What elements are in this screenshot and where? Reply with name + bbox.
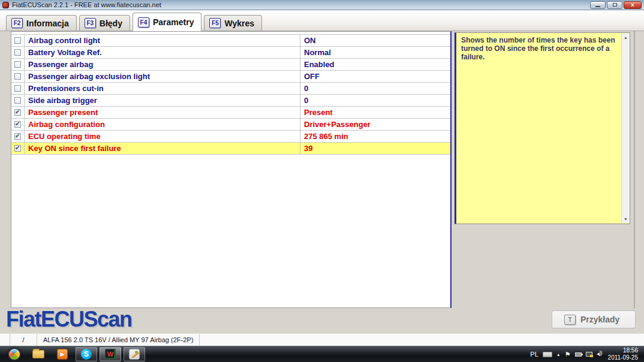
- parameter-value: 275 865 min: [300, 131, 450, 142]
- key-badge-f2: F2: [11, 18, 23, 28]
- tab-parametry[interactable]: F4Parametry: [133, 13, 202, 31]
- minimize-button[interactable]: [590, 1, 606, 9]
- explorer-taskbar-button[interactable]: [28, 347, 49, 361]
- row-checkbox-cell: [11, 35, 25, 46]
- fiatecuscan-taskbar-button[interactable]: W: [100, 347, 121, 361]
- przyklady-button-label: Przykłady: [580, 315, 619, 324]
- volume-icon[interactable]: [597, 351, 604, 357]
- key-badge-f5: F5: [209, 18, 221, 28]
- row-checkbox[interactable]: [14, 73, 21, 80]
- keyboard-icon[interactable]: [543, 352, 552, 357]
- parameter-value: 0: [300, 95, 450, 106]
- status-bar: / ALFA 156 2.0 TS 16V / Allied MY 97 Air…: [0, 333, 644, 346]
- table-row[interactable]: Battery Voltage Ref.Normal: [11, 47, 450, 59]
- start-icon: [8, 348, 21, 361]
- table-row[interactable]: Airbag control lightON: [11, 35, 450, 47]
- row-checkbox-cell: [11, 119, 25, 130]
- right-panel: Shows the number of times the key has be…: [454, 31, 635, 308]
- parameter-value: 39: [300, 143, 450, 154]
- fiatecuscan-icon: W: [105, 349, 116, 360]
- row-checkbox-cell: [11, 143, 25, 154]
- tab-label: Wykres: [224, 19, 254, 28]
- fiatecuscan-logo: FiatECUScan: [6, 307, 132, 332]
- skype-taskbar-button[interactable]: S: [76, 347, 97, 361]
- action-center-flag-icon[interactable]: ⚑: [565, 351, 571, 358]
- row-checkbox[interactable]: [14, 109, 21, 116]
- key-badge-t: T: [564, 315, 576, 325]
- tab-label: Parametry: [153, 17, 194, 27]
- row-checkbox[interactable]: [14, 37, 21, 44]
- parameter-value: Normal: [300, 47, 450, 58]
- tab-błędy[interactable]: F3Błędy: [79, 15, 130, 31]
- row-checkbox-cell: [11, 83, 25, 94]
- table-row[interactable]: Passenger airbagEnabled: [11, 59, 450, 71]
- parameter-name: Passenger airbag: [25, 59, 300, 70]
- app-icon: [2, 2, 9, 8]
- parameter-value: ON: [300, 35, 450, 46]
- parameter-value: Driver+Passenger: [300, 119, 450, 130]
- row-checkbox[interactable]: [14, 61, 21, 68]
- table-row[interactable]: Passenger presentPresent: [11, 107, 450, 119]
- close-button[interactable]: ×: [624, 1, 642, 9]
- parameter-name: Battery Voltage Ref.: [25, 47, 300, 58]
- przyklady-button[interactable]: T Przykłady: [552, 310, 636, 328]
- table-row[interactable]: Side airbag trigger0: [11, 95, 450, 107]
- parameter-name: Pretensioners cut-in: [25, 83, 300, 94]
- restore-button[interactable]: [607, 1, 622, 9]
- title-bar: FiatECUScan 2.2.1 - FREE at www.fiatecus…: [0, 0, 644, 10]
- row-checkbox[interactable]: [14, 97, 21, 104]
- tab-informacja[interactable]: F2Informacja: [6, 15, 77, 31]
- tab-wykres[interactable]: F5Wykres: [204, 15, 262, 31]
- table-row[interactable]: Passenger airbag exclusion lightOFF: [11, 71, 450, 83]
- parameter-name: Airbag configuration: [25, 119, 300, 130]
- parameter-description-panel: Shows the number of times the key has be…: [455, 32, 630, 224]
- row-checkbox[interactable]: [14, 145, 21, 152]
- tab-label: Błędy: [100, 19, 122, 28]
- table-row[interactable]: ECU operating time275 865 min: [11, 131, 450, 143]
- network-icon[interactable]: [586, 352, 592, 357]
- row-checkbox[interactable]: [14, 49, 21, 56]
- language-indicator[interactable]: PL: [530, 351, 538, 358]
- clock[interactable]: 18:56 2011-09-25: [608, 347, 640, 362]
- parameter-name: Passenger airbag exclusion light: [25, 71, 300, 82]
- row-checkbox-cell: [11, 59, 25, 70]
- row-checkbox[interactable]: [14, 133, 21, 140]
- explorer-icon: [32, 350, 44, 358]
- row-checkbox-cell: [11, 71, 25, 82]
- parameters-table: Airbag control lightONBattery Voltage Re…: [11, 31, 452, 308]
- table-row[interactable]: Key ON since first failure39: [11, 143, 450, 155]
- scroll-down-icon[interactable]: ▼: [622, 215, 630, 223]
- main-area: Airbag control lightONBattery Voltage Re…: [0, 31, 644, 333]
- media-player-icon: [57, 349, 68, 360]
- battery-icon[interactable]: [575, 352, 582, 357]
- parameter-description-text: Shows the number of times the key has be…: [461, 37, 618, 61]
- description-scrollbar[interactable]: ▲ ▼: [621, 34, 629, 223]
- parameter-value: OFF: [300, 71, 450, 82]
- app-window: FiatECUScan 2.2.1 - FREE at www.fiatecus…: [0, 0, 644, 362]
- tools-taskbar-button[interactable]: [124, 347, 145, 361]
- tools-icon: [129, 349, 140, 360]
- row-checkbox[interactable]: [14, 85, 21, 92]
- table-row[interactable]: Pretensioners cut-in0: [11, 83, 450, 95]
- clock-date: 2011-09-25: [608, 354, 638, 362]
- show-hidden-icons-chevron[interactable]: ▲: [556, 352, 561, 357]
- parameter-name: ECU operating time: [25, 131, 300, 142]
- row-checkbox[interactable]: [14, 121, 21, 128]
- row-checkbox-cell: [11, 95, 25, 106]
- window-title: FiatECUScan 2.2.1 - FREE at www.fiatecus…: [12, 0, 590, 10]
- row-checkbox-cell: [11, 107, 25, 118]
- parameter-name: Passenger present: [25, 107, 300, 118]
- parameter-name: Key ON since first failure: [25, 143, 300, 154]
- media-player-taskbar-button[interactable]: [52, 347, 73, 361]
- row-checkbox-cell: [11, 47, 25, 58]
- parameter-name: Side airbag trigger: [25, 95, 300, 106]
- parameter-value: Present: [300, 107, 450, 118]
- skype-icon: S: [81, 349, 92, 360]
- system-tray: PL ▲ ⚑ 18:56 2011-09-25: [530, 347, 640, 362]
- clock-time: 18:56: [608, 347, 638, 355]
- start-button[interactable]: [4, 347, 25, 361]
- scroll-up-icon[interactable]: ▲: [622, 34, 630, 41]
- parameter-name: Airbag control light: [25, 35, 300, 46]
- table-row[interactable]: Airbag configurationDriver+Passenger: [11, 119, 450, 131]
- tab-strip: F2InformacjaF3BłędyF4ParametryF5Wykres: [0, 10, 644, 31]
